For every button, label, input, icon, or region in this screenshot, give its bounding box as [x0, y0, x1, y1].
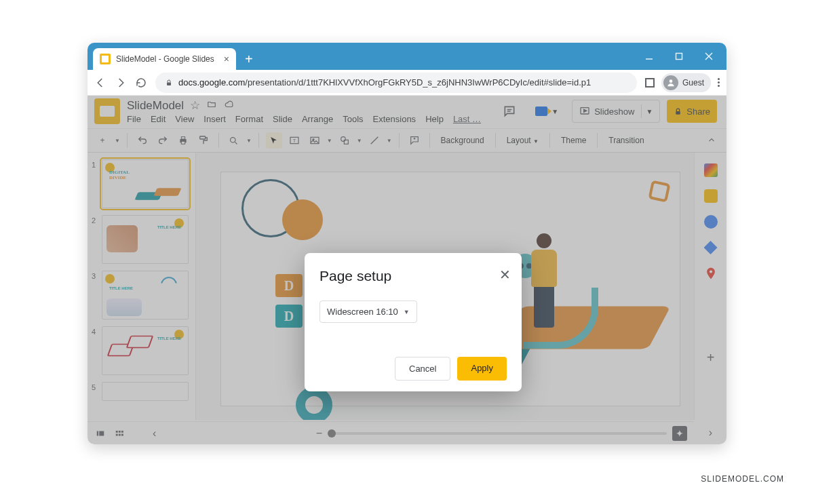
keep-icon[interactable] — [704, 189, 718, 203]
theme-button[interactable]: Theme — [557, 136, 590, 145]
dialog-close-icon[interactable]: ✕ — [499, 267, 511, 283]
letter-box: D — [275, 305, 303, 328]
line-tool[interactable] — [366, 132, 383, 149]
menu-view[interactable]: View — [175, 114, 194, 124]
image-tool[interactable] — [307, 132, 323, 149]
svg-rect-4 — [167, 82, 171, 85]
filmstrip-view-icon[interactable] — [94, 429, 106, 438]
profile-guest-chip[interactable]: Guest — [661, 73, 711, 92]
shape-tool[interactable] — [336, 132, 353, 149]
nav-reload-icon[interactable] — [135, 77, 147, 89]
slides-app: SlideModel ☆ File Edit View Insert Forma… — [88, 96, 726, 444]
comments-button[interactable] — [497, 100, 522, 123]
thumb-number: 1 — [92, 159, 98, 208]
right-side-panel: + › — [694, 153, 726, 420]
slide-thumbnails: 1 DIGITAL DIVIDE 2 TITLE HERE 3 TITLE HE… — [88, 153, 196, 420]
share-button[interactable]: Share — [667, 100, 717, 123]
window-maximize-icon[interactable] — [664, 43, 694, 70]
calendar-icon[interactable] — [704, 163, 718, 177]
slide-thumbnail-2[interactable]: TITLE HERE — [102, 215, 189, 264]
menu-file[interactable]: File — [127, 114, 141, 124]
menu-slide[interactable]: Slide — [273, 114, 292, 124]
thumb-number: 5 — [92, 382, 98, 401]
new-tab-button[interactable]: + — [240, 50, 258, 68]
zoom-slider[interactable] — [328, 432, 667, 435]
caret-down-icon[interactable]: ▼ — [357, 138, 362, 144]
tab-close-icon[interactable]: × — [224, 54, 229, 64]
redo-button[interactable] — [155, 132, 171, 149]
new-slide-button[interactable]: + — [94, 132, 111, 149]
panel-toggle-icon[interactable] — [645, 78, 655, 88]
sidepanel-collapse-icon[interactable]: › — [709, 427, 712, 439]
textbox-tool[interactable]: T — [286, 132, 303, 149]
grid-view-icon[interactable] — [113, 429, 125, 438]
menu-edit[interactable]: Edit — [151, 114, 166, 124]
transition-button[interactable]: Transition — [604, 136, 648, 145]
cancel-button[interactable]: Cancel — [395, 357, 450, 381]
tasks-icon[interactable] — [704, 215, 718, 229]
aspect-ratio-dropdown[interactable]: Widescreen 16:10 ▼ — [319, 301, 417, 323]
slide-thumbnail-4[interactable]: TITLE HERE — [102, 326, 189, 375]
move-folder-icon[interactable] — [206, 99, 217, 113]
bottom-bar: ‹ − ✦ — [88, 421, 694, 444]
background-button[interactable]: Background — [437, 136, 488, 145]
paint-format-button[interactable] — [195, 132, 212, 149]
menu-tools[interactable]: Tools — [343, 114, 363, 124]
share-label: Share — [686, 106, 710, 117]
thumb-number: 2 — [92, 215, 98, 264]
thumb-text: DIGITAL — [109, 170, 130, 175]
addons-plus-icon[interactable]: + — [707, 350, 715, 366]
layout-button[interactable]: Layout ▼ — [503, 136, 543, 145]
explore-button[interactable]: ✦ — [672, 426, 687, 441]
menu-extensions[interactable]: Extensions — [373, 114, 416, 124]
meet-button[interactable]: ▼ — [528, 100, 565, 123]
svg-rect-12 — [181, 137, 185, 139]
contacts-icon[interactable] — [704, 241, 718, 254]
zoom-button[interactable] — [226, 132, 242, 149]
browser-tab[interactable]: SlideModel - Google Slides × — [93, 48, 236, 70]
caret-down-icon[interactable]: ▼ — [115, 138, 120, 144]
slide-thumbnail-5[interactable] — [102, 382, 189, 401]
toolbar: + ▼ ▼ T ▼ ▼ ▼ Background Layout ▼ — [88, 128, 726, 153]
menu-format[interactable]: Format — [235, 114, 263, 124]
slide-thumbnail-1[interactable]: DIGITAL DIVIDE — [102, 159, 189, 208]
zoom-out-icon[interactable]: − — [316, 427, 322, 440]
window-close-icon[interactable] — [694, 43, 724, 70]
svg-rect-28 — [99, 431, 104, 435]
document-title[interactable]: SlideModel — [127, 99, 184, 113]
last-edit-link[interactable]: Last … — [453, 114, 481, 124]
caret-down-icon[interactable]: ▼ — [646, 108, 653, 115]
menu-insert[interactable]: Insert — [204, 114, 226, 124]
comment-tool[interactable] — [406, 132, 423, 149]
maps-icon[interactable] — [704, 267, 718, 280]
menu-help[interactable]: Help — [425, 114, 444, 124]
svg-rect-10 — [676, 111, 681, 114]
star-icon[interactable]: ☆ — [190, 98, 200, 113]
collapse-toolbar-icon[interactable] — [703, 132, 720, 149]
print-button[interactable] — [175, 132, 191, 149]
nav-forward-icon[interactable] — [115, 77, 127, 89]
caret-down-icon[interactable]: ▼ — [387, 138, 392, 144]
menu-arrange[interactable]: Arrange — [302, 114, 333, 124]
caret-down-icon[interactable]: ▼ — [327, 138, 332, 144]
caret-down-icon: ▼ — [533, 138, 539, 144]
svg-rect-30 — [119, 430, 121, 432]
thumb-text: TITLE HERE — [109, 286, 133, 290]
svg-line-23 — [370, 137, 378, 144]
nav-back-icon[interactable] — [94, 77, 106, 89]
window-minimize-icon[interactable] — [634, 43, 664, 70]
lock-icon — [674, 107, 682, 116]
caret-down-icon[interactable]: ▼ — [246, 138, 252, 144]
url-omnibox[interactable]: docs.google.com/presentation/d/1ttt7KHlX… — [155, 73, 637, 93]
browser-menu-icon[interactable] — [718, 78, 720, 87]
select-tool[interactable] — [266, 132, 282, 149]
slideshow-button[interactable]: Slideshow ▼ — [572, 100, 660, 123]
cloud-status-icon[interactable] — [223, 99, 235, 113]
apply-button[interactable]: Apply — [457, 357, 507, 381]
slides-logo-icon[interactable] — [94, 98, 120, 124]
browser-window: SlideModel - Google Slides × + docs.goog… — [88, 43, 726, 444]
slide-thumbnail-3[interactable]: TITLE HERE — [102, 271, 189, 319]
svg-rect-33 — [119, 433, 121, 435]
thumb-collapse-icon[interactable]: ‹ — [153, 427, 156, 440]
undo-button[interactable] — [134, 132, 151, 149]
